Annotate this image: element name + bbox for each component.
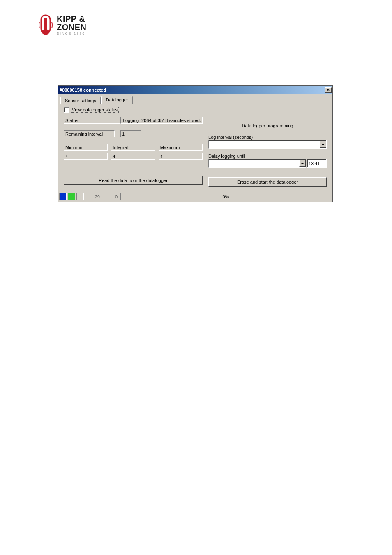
- integral-label: Integral: [111, 144, 155, 151]
- minimum-value: 4: [64, 153, 108, 160]
- status-label: Status: [64, 117, 120, 124]
- left-panel: View datalogger status Status Logging: 2…: [64, 107, 203, 187]
- dialog-window: #00000158 connected Sensor settings Data…: [58, 85, 333, 202]
- minimum-label: Minimum: [64, 144, 108, 151]
- logo-tagline: SINCE 1830: [57, 32, 87, 35]
- status-bar: 29 0 0%: [58, 192, 332, 202]
- status-indicator-3: [76, 193, 84, 200]
- view-status-label: View datalogger status: [71, 107, 119, 113]
- svg-point-1: [42, 29, 49, 34]
- status-number-1: 29: [85, 193, 101, 200]
- log-interval-combo[interactable]: [208, 140, 327, 149]
- tabs: Sensor settings Datalogger: [58, 94, 332, 104]
- maximum-value: 4: [159, 153, 203, 160]
- tab-content: View datalogger status Status Logging: 2…: [60, 104, 330, 190]
- programming-heading: Data logger programming: [208, 123, 327, 128]
- tab-sensor-settings[interactable]: Sensor settings: [60, 97, 101, 104]
- remaining-interval-value: 1: [120, 130, 141, 137]
- title-bar: #00000158 connected: [58, 86, 332, 94]
- progress-text: 0%: [223, 194, 229, 199]
- progress-bar: 0%: [120, 193, 331, 200]
- right-panel: Data logger programming Log interval (se…: [208, 107, 327, 187]
- delay-date-combo[interactable]: [208, 159, 306, 168]
- integral-value: 4: [111, 153, 155, 160]
- window-title: #00000158 connected: [60, 88, 106, 92]
- maximum-label: Maximum: [159, 144, 203, 151]
- delay-logging-label: Delay logging until: [208, 154, 327, 159]
- status-indicator-2: [68, 193, 75, 200]
- view-status-checkbox[interactable]: [64, 107, 69, 113]
- chevron-down-icon[interactable]: [299, 160, 306, 167]
- logo-mark-icon: [37, 14, 54, 36]
- remaining-interval-label: Remaining interval: [64, 130, 115, 137]
- svg-rect-0: [44, 18, 47, 30]
- chevron-down-icon[interactable]: [320, 141, 326, 148]
- brand-logo: KIPP & ZONEN SINCE 1830: [37, 14, 87, 36]
- status-indicator-1: [59, 193, 67, 200]
- status-value: Logging: 2064 of 3518 samples stored.: [120, 117, 203, 124]
- erase-start-button[interactable]: Erase and start the datalogger: [208, 177, 327, 187]
- tab-datalogger[interactable]: Datalogger: [101, 96, 133, 104]
- close-button[interactable]: [325, 87, 332, 93]
- read-data-button[interactable]: Read the data from the datalogger: [64, 176, 203, 185]
- logo-text-line1: KIPP &: [57, 15, 87, 23]
- status-number-2: 0: [103, 193, 119, 200]
- log-interval-label: Log interval (seconds): [208, 135, 327, 140]
- delay-time-input[interactable]: [307, 159, 327, 168]
- logo-text-line2: ZONEN: [57, 23, 87, 31]
- view-status-row: View datalogger status: [64, 107, 203, 113]
